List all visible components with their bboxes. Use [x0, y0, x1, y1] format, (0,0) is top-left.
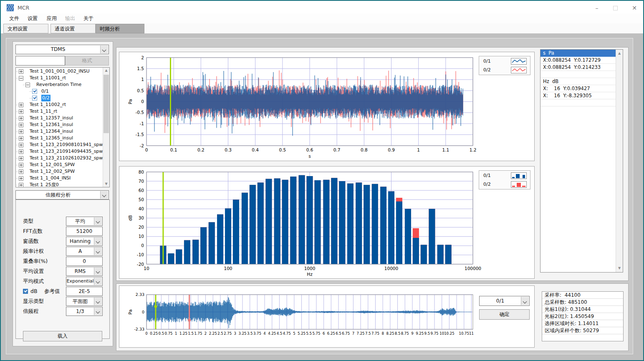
- collapse-minus-icon[interactable]: [19, 76, 23, 81]
- info-row: 区域内采样个数: 50279: [542, 327, 623, 334]
- octave-select[interactable]: 1/3: [66, 307, 103, 316]
- tab-time-frequency-analysis[interactable]: 时频分析: [96, 24, 144, 33]
- label-frequency-weighting: 频率计权: [23, 247, 44, 256]
- cursor-handle[interactable]: [188, 319, 191, 322]
- cursor-list-row[interactable]: [540, 71, 616, 78]
- file-format-select[interactable]: TDMS: [15, 45, 109, 54]
- expand-plus-icon[interactable]: [19, 183, 23, 187]
- tree-item[interactable]: Test 1_123_210908101941_spw: [16, 141, 104, 148]
- collapse-minus-icon[interactable]: [25, 83, 30, 87]
- filter-input[interactable]: [15, 56, 65, 66]
- expand-plus-icon[interactable]: [19, 69, 23, 74]
- spectrum-chart[interactable]: 1010010001000010000080706050403020100-10…: [119, 166, 535, 279]
- scrollbar-thumb[interactable]: [104, 75, 109, 133]
- minimize-button[interactable]: –: [591, 3, 603, 13]
- tree-item[interactable]: Test 1_123_211026102932_spw: [16, 155, 104, 162]
- cursor-handle[interactable]: [154, 305, 157, 308]
- frequency-weighting-select[interactable]: A: [66, 247, 103, 256]
- channel-checkbox[interactable]: [32, 96, 37, 101]
- menu-apply[interactable]: 应用: [43, 15, 60, 22]
- tree-item[interactable]: Test 1_123_210914094435_spw: [16, 148, 104, 155]
- tree-item[interactable]: Test 1_11_rt: [16, 108, 104, 115]
- tree-item[interactable]: Test 1_11001_rt: [16, 75, 104, 81]
- confirm-button[interactable]: 确定: [479, 309, 530, 320]
- overlap-input[interactable]: 0: [66, 257, 103, 266]
- expand-plus-icon[interactable]: [19, 169, 23, 174]
- list-scrollbar[interactable]: ▲▼: [616, 50, 623, 272]
- tree-item[interactable]: Test 1_12357_insul: [16, 115, 104, 121]
- tree-item[interactable]: 0/1: [16, 88, 104, 95]
- tree-item[interactable]: Test 1_11002_rt: [16, 101, 104, 108]
- tree-item[interactable]: Test 1_12_002_SPW: [16, 168, 104, 175]
- spectrum-bar: [200, 227, 207, 264]
- expand-plus-icon[interactable]: [19, 156, 23, 161]
- cursor-list-row[interactable]: Hz dB: [540, 78, 616, 85]
- menu-about[interactable]: 关于: [80, 15, 97, 22]
- display-type-select[interactable]: 平面图: [66, 297, 103, 306]
- expand-plus-icon[interactable]: [19, 149, 23, 154]
- type-select[interactable]: 平均: [66, 217, 103, 226]
- expand-plus-icon[interactable]: [19, 103, 23, 107]
- analysis-type-select[interactable]: 倍频程分析: [15, 190, 109, 199]
- legend-entry-ch2: 0/2: [483, 180, 491, 189]
- line-series-red-icon: [511, 67, 527, 73]
- tree-item[interactable]: Test 1_12364_insul: [16, 128, 104, 135]
- x-tick-label: 0.1: [170, 147, 177, 152]
- fft-points-input[interactable]: 51200: [66, 227, 103, 236]
- close-button[interactable]: ✕: [628, 3, 641, 13]
- x-tick-label: 10000: [384, 266, 398, 271]
- tab-document-settings[interactable]: 文档设置: [3, 24, 48, 33]
- spectrum-bar: [184, 240, 190, 264]
- expand-plus-icon[interactable]: [19, 143, 23, 147]
- tree-item[interactable]: 0/2: [16, 95, 104, 101]
- tree-item[interactable]: Test 1_12361_insul: [16, 121, 104, 128]
- expand-plus-icon[interactable]: [19, 116, 23, 121]
- scroll-up-icon[interactable]: ▲: [103, 68, 109, 73]
- format-button[interactable]: 格式: [65, 56, 109, 66]
- expand-plus-icon[interactable]: [19, 109, 23, 114]
- scroll-down-icon[interactable]: ▼: [616, 265, 623, 271]
- time-waveform-chart[interactable]: 00.10.20.30.40.50.60.70.80.911.11.221.51…: [119, 52, 535, 161]
- tree-item[interactable]: Test 1_001_001_002_INSU: [16, 68, 104, 75]
- load-button[interactable]: 载入: [23, 331, 102, 341]
- file-tree[interactable]: Test 1_001_001_002_INSUTest 1_11001_rtRe…: [15, 67, 110, 187]
- cursor-list-row[interactable]: X: 16 Y:-8.329305: [540, 92, 616, 99]
- scroll-up-icon[interactable]: ▲: [616, 50, 623, 56]
- expand-plus-icon[interactable]: [19, 129, 23, 134]
- menu-output[interactable]: 输出: [62, 15, 78, 22]
- tree-item[interactable]: Test 1_1_004_INSI: [16, 175, 104, 182]
- expand-plus-icon[interactable]: [19, 176, 23, 181]
- cursor-list-row[interactable]: [540, 99, 616, 106]
- tree-item[interactable]: Test 1_25度0: [16, 182, 104, 187]
- average-mode-select[interactable]: Exponential: [66, 277, 103, 286]
- maximize-button[interactable]: [609, 3, 621, 13]
- channel-checkbox[interactable]: [32, 89, 37, 94]
- window-function-select[interactable]: Hanning: [66, 237, 103, 246]
- scroll-down-icon[interactable]: ▼: [103, 181, 109, 187]
- cursor-values-list[interactable]: s PaX:0.088254 Y:0.172729X:0.088254 Y:0.…: [540, 49, 623, 273]
- channel-select[interactable]: 0/1: [479, 296, 530, 306]
- menu-settings[interactable]: 设置: [24, 15, 41, 22]
- cursor-list-header[interactable]: s Pa: [540, 50, 616, 57]
- x-axis-label: s: [308, 154, 311, 159]
- tree-item-label: Test 1_12365_insul: [30, 135, 73, 141]
- expand-plus-icon[interactable]: [19, 163, 23, 167]
- octave-select-value: 1/3: [66, 307, 94, 316]
- tab-channel-settings[interactable]: 通道设置: [51, 24, 96, 33]
- average-setting-select[interactable]: RMS: [66, 267, 103, 276]
- expand-plus-icon[interactable]: [19, 123, 23, 127]
- cursor-list-row[interactable]: X: 16 Y:0.039427: [540, 85, 616, 92]
- tree-item[interactable]: Test 1_12_001_SPW: [16, 162, 104, 168]
- x-tick-label: 0.6: [306, 147, 313, 152]
- expand-plus-icon[interactable]: [19, 136, 23, 141]
- db-checkbox[interactable]: [23, 289, 28, 294]
- tree-scrollbar[interactable]: ▲▼: [103, 68, 109, 187]
- average-setting-select-value: RMS: [66, 267, 94, 275]
- cursor-list-row[interactable]: X:0.088254 Y:0.214233: [540, 64, 616, 71]
- cursor-list-row[interactable]: X:0.088254 Y:0.172729: [540, 57, 616, 64]
- reference-value-input[interactable]: 2E-5: [66, 287, 103, 296]
- tree-item[interactable]: Test 1_12365_insul: [16, 135, 104, 141]
- overview-waveform-chart[interactable]: 00.250.50.7511.251.51.7522.252.52.7533.2…: [119, 285, 535, 348]
- tree-item[interactable]: Reverberation Time: [16, 81, 104, 88]
- menu-file[interactable]: 文件: [6, 15, 23, 22]
